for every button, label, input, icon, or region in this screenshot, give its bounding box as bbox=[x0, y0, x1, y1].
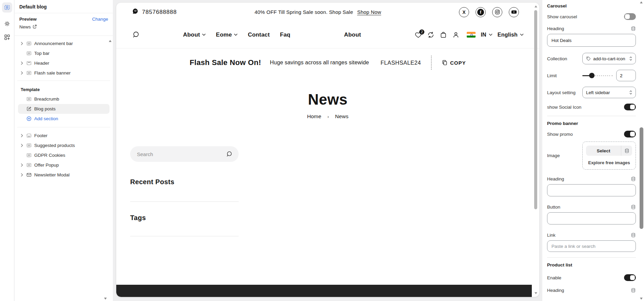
promo-heading-row: Heading bbox=[547, 176, 636, 181]
tree-item-gdpr-cookies[interactable]: GDPR Cookies bbox=[18, 150, 109, 160]
compare-refresh-icon[interactable] bbox=[427, 31, 435, 39]
promo-link-input[interactable] bbox=[547, 240, 636, 252]
dynamic-source-icon[interactable] bbox=[631, 26, 636, 31]
store-logo[interactable]: About bbox=[344, 31, 361, 38]
carousel-heading-input[interactable] bbox=[547, 34, 636, 47]
chevron-right-icon[interactable] bbox=[21, 134, 24, 137]
explore-free-images-link[interactable]: Explore free images bbox=[586, 160, 632, 165]
show-promo-toggle[interactable] bbox=[624, 131, 636, 137]
show-carousel-toggle[interactable] bbox=[624, 13, 636, 20]
scroll-up-icon[interactable] bbox=[640, 1, 643, 3]
flash-sale-title: Flash Sale Now On! bbox=[190, 58, 261, 67]
scroll-up-icon[interactable] bbox=[535, 5, 537, 7]
copy-code-button[interactable]: COPY bbox=[442, 60, 466, 66]
tree-item-offer-popup[interactable]: Offer Popup bbox=[18, 160, 109, 170]
search-icon[interactable] bbox=[132, 31, 140, 39]
tree-item-label: GDPR Cookies bbox=[34, 153, 65, 158]
nav-item-contact[interactable]: Contact bbox=[248, 31, 270, 38]
layout-setting-select[interactable]: Left sidebar bbox=[582, 87, 636, 98]
store-phone[interactable]: 7857688888 bbox=[132, 8, 177, 17]
blog-search-input[interactable] bbox=[137, 151, 226, 157]
tree-item-top-bar[interactable]: Top bar bbox=[18, 48, 109, 58]
wishlist-heart-icon[interactable]: 2 bbox=[415, 31, 422, 39]
dynamic-source-icon[interactable] bbox=[631, 205, 636, 210]
show-social-icon-label: show Social Icon bbox=[547, 105, 581, 110]
breadcrumb: Home › News bbox=[116, 113, 539, 120]
youtube-icon[interactable] bbox=[509, 7, 519, 17]
chevron-right-icon[interactable] bbox=[21, 144, 24, 147]
divider bbox=[17, 127, 110, 127]
chevron-down-icon bbox=[202, 34, 206, 36]
country-selector[interactable]: IN bbox=[481, 32, 492, 38]
enable-toggle[interactable] bbox=[624, 274, 636, 281]
apps-grid-plus-icon[interactable] bbox=[2, 32, 12, 42]
chevron-right-icon[interactable] bbox=[21, 173, 24, 177]
tree-item-breadcrumb[interactable]: Breadcrumb bbox=[18, 94, 109, 104]
show-social-icon-toggle[interactable] bbox=[624, 104, 636, 110]
chevron-right-icon[interactable] bbox=[21, 71, 24, 75]
change-link[interactable]: Change bbox=[92, 17, 108, 22]
scrollbar-thumb[interactable] bbox=[640, 127, 643, 229]
slider-knob[interactable] bbox=[589, 73, 595, 78]
limit-slider[interactable] bbox=[582, 73, 613, 78]
tree-item-newsletter-modal[interactable]: Newsletter Modal bbox=[18, 170, 109, 180]
chevron-right-icon[interactable] bbox=[21, 163, 24, 167]
image-picker: Select Explore free images bbox=[582, 142, 636, 170]
collection-select[interactable]: add-to-cart-icon bbox=[582, 53, 636, 64]
nav-item-about[interactable]: About bbox=[183, 31, 206, 38]
limit-number-input[interactable] bbox=[616, 70, 636, 81]
heading-label: Heading bbox=[547, 26, 564, 31]
show-carousel-label: Show carousel bbox=[547, 14, 577, 19]
scrollbar-thumb[interactable] bbox=[534, 10, 537, 209]
settings-scrollbar[interactable] bbox=[639, 1, 643, 300]
tree-item-footer[interactable]: Footer bbox=[18, 131, 109, 141]
section-icon bbox=[26, 163, 32, 168]
shop-now-link[interactable]: Shop Now bbox=[357, 9, 381, 15]
sections-icon[interactable] bbox=[2, 2, 12, 13]
chevron-right-icon[interactable] bbox=[21, 42, 24, 45]
tags-heading: Tags bbox=[130, 214, 239, 222]
settings-gear-icon[interactable] bbox=[2, 19, 12, 29]
tree-item-announcement-bar[interactable]: Announcement bar bbox=[18, 39, 109, 48]
tree-item-label: Breadcrumb bbox=[34, 96, 59, 102]
tree-item-flash-sale-banner[interactable]: Flash sale banner bbox=[18, 68, 109, 78]
breadcrumb-separator: › bbox=[327, 114, 329, 119]
nav-item-eome[interactable]: Eome bbox=[216, 31, 238, 38]
breadcrumb-current: News bbox=[335, 113, 349, 120]
tree-item-blog-posts[interactable]: Blog posts bbox=[18, 104, 109, 114]
store-nav: About Eome Contact Faq About 2 bbox=[116, 21, 539, 48]
tree-item-suggested-products[interactable]: Suggested products bbox=[18, 141, 109, 150]
scroll-down-icon[interactable] bbox=[640, 298, 643, 300]
section-icon bbox=[26, 143, 32, 148]
nav-item-faq[interactable]: Faq bbox=[280, 31, 290, 38]
promo-heading-input[interactable] bbox=[547, 184, 636, 196]
dynamic-source-icon[interactable] bbox=[631, 176, 636, 181]
scroll-down-icon[interactable] bbox=[535, 292, 537, 294]
breadcrumb-home[interactable]: Home bbox=[307, 113, 321, 120]
promo-button-input[interactable] bbox=[547, 212, 636, 224]
instagram-icon[interactable] bbox=[492, 7, 502, 17]
dynamic-source-icon[interactable] bbox=[631, 288, 636, 293]
image-select-button[interactable]: Select bbox=[586, 146, 632, 156]
tree-item-label: Announcement bar bbox=[34, 41, 73, 46]
section-icon bbox=[26, 61, 32, 66]
chevron-right-icon[interactable] bbox=[21, 61, 24, 65]
tree-item-header[interactable]: Header bbox=[18, 58, 109, 68]
cart-bag-icon[interactable] bbox=[440, 31, 447, 39]
divider bbox=[130, 236, 239, 236]
product-list-section-title: Product list bbox=[547, 261, 636, 269]
account-icon[interactable] bbox=[452, 31, 460, 39]
sidebar-scroll-down-icon[interactable] bbox=[104, 298, 107, 300]
external-link-icon[interactable] bbox=[33, 24, 37, 29]
facebook-icon[interactable]: f bbox=[476, 7, 486, 17]
blog-search bbox=[130, 146, 239, 162]
dynamic-source-icon[interactable] bbox=[621, 148, 632, 153]
search-icon[interactable] bbox=[226, 151, 233, 157]
dynamic-source-icon[interactable] bbox=[631, 233, 636, 238]
x-icon[interactable]: X bbox=[459, 7, 469, 17]
add-section-button[interactable]: Add section bbox=[18, 114, 109, 124]
sidebar-scroll-up-icon[interactable] bbox=[109, 40, 112, 42]
promo-link-row: Link bbox=[547, 233, 636, 238]
preview-scrollbar[interactable] bbox=[534, 5, 538, 295]
language-selector[interactable]: English bbox=[498, 32, 524, 38]
